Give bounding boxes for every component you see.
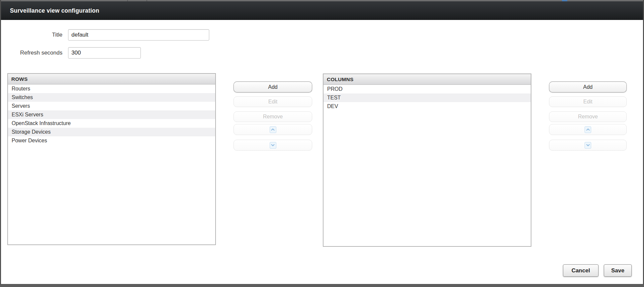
save-label: Save — [611, 267, 624, 274]
dialog-titlebar[interactable]: Surveillance view configuration — [1, 1, 643, 20]
chevron-down-icon — [270, 142, 276, 149]
rows-panel: ROWS RoutersSwitchesServersESXi ServersO… — [7, 73, 216, 245]
list-item[interactable]: OpenStack Infrastructure — [8, 119, 215, 128]
list-item[interactable]: PROD — [323, 85, 531, 93]
cancel-button[interactable]: Cancel — [563, 264, 598, 277]
rows-panel-header: ROWS — [8, 74, 215, 84]
title-input[interactable] — [68, 29, 209, 41]
rows-add-button[interactable]: Add — [233, 81, 312, 92]
rows-edit-label: Edit — [268, 99, 278, 105]
list-item[interactable]: Routers — [8, 84, 215, 93]
columns-add-label: Add — [583, 84, 593, 90]
list-item[interactable]: Servers — [8, 102, 215, 110]
columns-edit-button: Edit — [549, 96, 627, 107]
columns-remove-button: Remove — [549, 111, 627, 122]
chevron-up-icon — [585, 126, 591, 133]
columns-add-button[interactable]: Add — [549, 81, 627, 92]
title-label: Title — [10, 32, 62, 38]
rows-remove-label: Remove — [263, 114, 283, 120]
columns-list: PRODTESTDEV — [323, 85, 531, 111]
chevron-up-icon — [270, 126, 276, 133]
cancel-label: Cancel — [572, 267, 590, 274]
list-item[interactable]: DEV — [323, 102, 531, 111]
columns-move-down-button — [549, 140, 627, 151]
rows-add-label: Add — [268, 84, 277, 90]
columns-move-up-button — [549, 124, 627, 135]
list-item[interactable]: Power Devices — [8, 136, 215, 145]
refresh-seconds-input[interactable] — [68, 47, 141, 59]
surveillance-view-config-dialog: Surveillance view configuration Title Re… — [0, 0, 644, 287]
rows-list: RoutersSwitchesServersESXi ServersOpenSt… — [8, 84, 215, 145]
rows-remove-button: Remove — [233, 111, 312, 122]
columns-panel-header: COLUMNS — [323, 74, 531, 85]
list-item[interactable]: Storage Devices — [8, 128, 215, 136]
list-item[interactable]: ESXi Servers — [8, 110, 215, 119]
columns-panel: COLUMNS PRODTESTDEV — [323, 73, 531, 247]
columns-remove-label: Remove — [578, 114, 598, 120]
dialog-title: Surveillance view configuration — [1, 7, 99, 14]
rows-edit-button: Edit — [233, 96, 312, 107]
dialog-border-left — [0, 0, 1, 287]
list-item[interactable]: TEST — [323, 93, 531, 102]
chevron-down-icon — [585, 142, 591, 149]
dialog-border-bottom — [0, 284, 644, 287]
save-button[interactable]: Save — [604, 264, 632, 277]
rows-move-down-button — [233, 140, 312, 151]
list-item[interactable]: Switches — [8, 93, 215, 102]
rows-move-up-button — [233, 124, 312, 135]
columns-edit-label: Edit — [583, 99, 593, 105]
refresh-seconds-label: Refresh seconds — [7, 50, 62, 56]
